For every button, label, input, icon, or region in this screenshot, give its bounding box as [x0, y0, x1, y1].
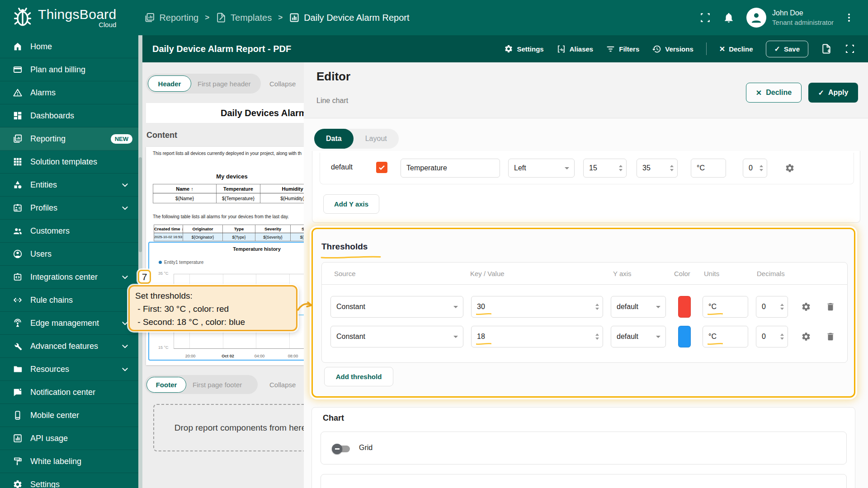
tab-layout[interactable]: Layout	[354, 135, 399, 143]
stepper-arrows-icon[interactable]	[595, 304, 599, 310]
breadcrumb-reporting[interactable]: Reporting	[144, 12, 198, 23]
notifications-bell-icon[interactable]	[723, 12, 735, 23]
sidebar-item-users[interactable]: Users	[0, 243, 138, 266]
versions-button[interactable]: Versions	[652, 44, 693, 54]
threshold-value-stepper[interactable]: 18	[471, 326, 603, 347]
y-axis-name: default	[331, 163, 353, 171]
sidebar-item-entities[interactable]: Entities	[0, 174, 138, 197]
add-threshold-button[interactable]: Add threshold	[324, 367, 393, 386]
threshold-settings-gear-icon[interactable]	[801, 302, 811, 312]
y-axis-units-field[interactable]: °C	[691, 159, 726, 178]
y-axis-settings-gear-icon[interactable]	[785, 163, 795, 173]
tab-data[interactable]: Data	[314, 129, 354, 149]
decline-button-editor[interactable]: ✕ Decline	[746, 83, 802, 103]
sidebar-item-settings[interactable]: Settings	[0, 473, 138, 488]
stepper-arrows-icon[interactable]	[780, 304, 784, 310]
threshold-delete-trash-icon[interactable]	[826, 302, 835, 312]
tab-footer[interactable]: Footer	[146, 377, 186, 393]
grid-toggle-off[interactable]	[333, 446, 350, 452]
y-axis-enabled-checkbox[interactable]	[376, 162, 387, 173]
aliases-button[interactable]: Aliases	[557, 44, 594, 54]
bar-chart-icon	[13, 433, 23, 443]
line-chart-widget-selected[interactable]: Temperature history Entity1 temperature …	[148, 242, 304, 361]
sidebar-item-integrations-center[interactable]: Integrations center	[0, 266, 138, 289]
y-axis-max-stepper[interactable]: 35	[637, 159, 678, 178]
report-dropzone[interactable]: Drop report components from here	[153, 404, 304, 451]
sidebar-item-white-labeling[interactable]: White labeling	[0, 450, 138, 473]
field-value: Constant	[336, 333, 365, 341]
collapse-header-button[interactable]: Collapse	[269, 80, 296, 88]
chevron-down-icon	[453, 306, 458, 308]
sidebar-scrollbar[interactable]	[138, 35, 142, 488]
sidebar-item-rule-chains[interactable]: Rule chains	[0, 289, 138, 312]
sidebar-item-solution-templates[interactable]: Solution templates	[0, 150, 138, 174]
fullscreen-editor-icon[interactable]	[844, 43, 855, 54]
threshold-color-swatch-blue[interactable]	[678, 326, 691, 347]
sidebar-item-profiles[interactable]: Profiles	[0, 197, 138, 220]
threshold-yaxis-select[interactable]: default	[611, 326, 666, 347]
threshold-delete-trash-icon[interactable]	[826, 332, 835, 342]
chevron-down-icon[interactable]	[121, 342, 129, 351]
breadcrumb-current[interactable]: Daily Device Alarm Report	[289, 12, 409, 23]
tools-icon	[13, 341, 23, 351]
sidebar-item-alarms[interactable]: Alarms	[0, 81, 138, 104]
chevron-down-icon[interactable]	[121, 365, 129, 374]
y-axis-position-select[interactable]: Left	[508, 159, 575, 178]
export-report-icon[interactable]	[821, 43, 832, 54]
sidebar-item-dashboards[interactable]: Dashboards	[0, 104, 138, 127]
user-menu[interactable]: John Doe Tenant administrator	[746, 8, 834, 28]
tab-header[interactable]: Header	[148, 75, 191, 92]
stepper-arrows-icon[interactable]	[760, 165, 763, 171]
sidebar-item-api-usage[interactable]: API usage	[0, 427, 138, 450]
filters-button[interactable]: Filters	[606, 44, 639, 54]
add-y-axis-button[interactable]: Add Y axis	[323, 194, 379, 214]
sidebar-item-reporting[interactable]: Reporting NEW	[0, 127, 138, 150]
stepper-arrows-icon[interactable]	[595, 333, 599, 340]
breadcrumb-templates[interactable]: Templates	[216, 12, 272, 23]
settings-button[interactable]: Settings	[504, 44, 543, 53]
decline-button-toolbar[interactable]: ✕ Decline	[719, 45, 753, 53]
chevron-down-icon[interactable]	[121, 204, 129, 212]
chevron-down-icon[interactable]	[121, 181, 129, 189]
sidebar-item-plan-and-billing[interactable]: Plan and billing	[0, 58, 138, 81]
threshold-source-select[interactable]: Constant	[330, 296, 463, 318]
tab-first-page-footer[interactable]: First page footer	[193, 381, 242, 389]
threshold-value-stepper[interactable]: 30	[471, 296, 603, 318]
stepper-arrows-icon[interactable]	[780, 333, 784, 340]
sidebar-item-customers[interactable]: Customers	[0, 220, 138, 243]
y-axis-decimals-stepper[interactable]: 0	[743, 159, 767, 178]
sidebar-item-advanced-features[interactable]: Advanced features	[0, 335, 138, 358]
chevron-down-icon[interactable]	[121, 319, 129, 328]
threshold-decimals-stepper[interactable]: 0	[756, 296, 788, 318]
field-value: default	[617, 303, 638, 311]
stepper-arrows-icon[interactable]	[619, 165, 623, 171]
fullscreen-icon[interactable]	[699, 12, 711, 23]
sidebar-item-resources[interactable]: Resources	[0, 358, 138, 381]
threshold-color-swatch-red[interactable]	[678, 296, 691, 318]
field-value: °C	[697, 164, 705, 172]
threshold-units-field[interactable]: °C	[703, 296, 748, 318]
save-button[interactable]: ✓ Save	[766, 41, 808, 57]
sidebar-item-home[interactable]: Home	[0, 35, 138, 58]
y-axis-min-stepper[interactable]: 15	[583, 159, 627, 178]
sidebar-item-mobile-center[interactable]: Mobile center	[0, 404, 138, 427]
report-page[interactable]: This report lists all devices currently …	[146, 147, 304, 365]
kebab-menu-icon[interactable]	[845, 11, 853, 24]
chevron-down-icon[interactable]	[121, 273, 129, 282]
scrollbar-thumb[interactable]	[139, 157, 142, 252]
apply-button[interactable]: ✓ Apply	[808, 83, 858, 103]
threshold-units-field[interactable]: °C	[703, 326, 748, 347]
sidebar-item-notification-center[interactable]: Notification center	[0, 381, 138, 404]
widget-editor-panel: Editor Line chart ✕ Decline ✓ Apply Data…	[304, 62, 868, 488]
threshold-yaxis-select[interactable]: default	[611, 296, 666, 318]
stepper-arrows-icon[interactable]	[670, 165, 674, 171]
y-axis-key-field[interactable]: Temperature	[401, 159, 500, 178]
collapse-footer-button[interactable]: Collapse	[269, 381, 296, 389]
threshold-source-select[interactable]: Constant	[330, 326, 463, 347]
tab-first-page-header[interactable]: First page header	[198, 80, 251, 88]
threshold-decimals-stepper[interactable]: 0	[756, 326, 788, 347]
thingsboard-logo[interactable]: ThingsBoard Cloud	[12, 7, 116, 28]
report-header-block[interactable]: Daily Devices Alarm Re	[146, 103, 304, 123]
sidebar-item-edge-management[interactable]: Edge management	[0, 312, 138, 335]
threshold-settings-gear-icon[interactable]	[801, 332, 811, 342]
